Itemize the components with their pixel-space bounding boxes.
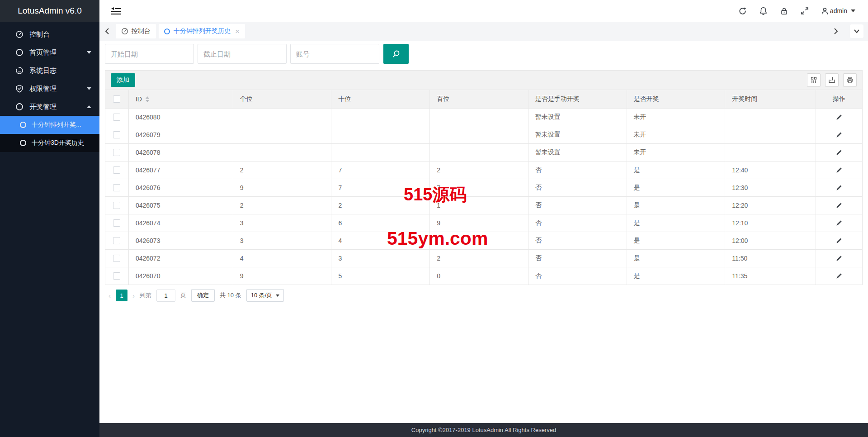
cell-ge — [233, 109, 332, 126]
next-page-icon[interactable]: › — [132, 292, 135, 299]
lock-icon[interactable] — [780, 7, 788, 15]
chevron-up-icon — [87, 105, 91, 108]
footer: Copyright ©2017-2019 LotusAdmin All Righ… — [99, 423, 868, 437]
tabs-scroll-left-icon[interactable] — [105, 28, 109, 35]
edit-button[interactable] — [836, 132, 842, 138]
cell-manual: 否 — [528, 267, 627, 285]
tab-label: 十分钟排列开奖历史 — [174, 27, 231, 35]
column-header-time: 开奖时间 — [725, 90, 816, 108]
prev-page-icon[interactable]: ‹ — [108, 292, 111, 299]
export-icon[interactable] — [825, 73, 839, 87]
cell-opened: 是 — [627, 214, 726, 232]
sort-icon[interactable] — [146, 96, 149, 102]
circle-icon — [20, 140, 26, 146]
total-count-label: 共 10 条 — [220, 291, 241, 299]
edit-button[interactable] — [836, 114, 842, 120]
edit-button[interactable] — [836, 202, 842, 209]
table-header: ID 个位 十位 百位 是否是手动开奖 是否开奖 开奖时间 操作 — [105, 90, 862, 108]
sidebar-item-lottery-mgmt[interactable]: 开奖管理 — [0, 98, 99, 116]
sidebar-item-console[interactable]: 控制台 — [0, 25, 99, 43]
copyright-text: Copyright ©2017-2019 LotusAdmin All Righ… — [411, 427, 556, 433]
refresh-icon[interactable] — [738, 7, 747, 15]
sidebar-subitem-label: 十分钟排列开奖... — [32, 121, 81, 129]
close-icon[interactable]: × — [235, 28, 240, 35]
select-all-checkbox[interactable] — [113, 95, 120, 103]
row-checkbox[interactable] — [113, 131, 120, 138]
chevron-down-icon — [851, 10, 855, 12]
goto-confirm-button[interactable]: 确定 — [191, 289, 215, 302]
row-checkbox[interactable] — [113, 272, 120, 280]
cell-time — [725, 109, 816, 126]
sidebar-item-system-log[interactable]: 系统日志 — [0, 62, 99, 80]
cell-opened: 未开 — [627, 126, 726, 143]
row-checkbox[interactable] — [113, 114, 120, 121]
fullscreen-icon[interactable] — [801, 7, 809, 15]
edit-button[interactable] — [836, 149, 842, 156]
row-checkbox[interactable] — [113, 237, 120, 244]
row-checkbox[interactable] — [113, 219, 120, 227]
tabs-scroll-right-icon[interactable] — [834, 28, 838, 35]
cell-ge: 9 — [233, 267, 332, 285]
sidebar-item-permission-mgmt[interactable]: 权限管理 — [0, 80, 99, 98]
edit-button[interactable] — [836, 220, 842, 226]
row-checkbox[interactable] — [113, 255, 120, 262]
cell-time — [725, 126, 816, 143]
cell-manual: 否 — [528, 250, 627, 267]
cell-id: 0426074 — [129, 214, 233, 232]
account-input[interactable] — [290, 44, 379, 64]
filter-columns-icon[interactable] — [807, 73, 821, 87]
edit-button[interactable] — [836, 167, 842, 173]
cell-id: 0426076 — [129, 179, 233, 196]
add-button[interactable]: 添加 — [111, 73, 135, 87]
cell-opened: 是 — [627, 162, 726, 179]
page-size-select[interactable]: 10 条/页 — [246, 289, 284, 302]
table-toolbar: 添加 — [105, 70, 863, 90]
cell-ge — [233, 126, 332, 143]
tab-pailie-history[interactable]: 十分钟排列开奖历史 × — [159, 24, 245, 38]
topbar: admin — [99, 0, 868, 22]
sidebar-collapse-icon[interactable] — [111, 6, 121, 15]
cell-shi: 7 — [331, 179, 430, 196]
chevron-down-icon — [87, 87, 91, 90]
search-button[interactable] — [383, 44, 409, 64]
row-checkbox[interactable] — [113, 184, 120, 191]
user-icon — [821, 7, 829, 15]
cell-ge: 3 — [233, 232, 332, 249]
cell-manual: 否 — [528, 214, 627, 232]
tab-console[interactable]: 控制台 — [116, 24, 156, 38]
column-header-id[interactable]: ID — [129, 90, 233, 108]
edit-button[interactable] — [836, 238, 842, 244]
sidebar-subitem-3d-history[interactable]: 十分钟3D开奖历史 — [0, 134, 99, 152]
user-menu[interactable]: admin — [821, 7, 855, 15]
sidebar-subitem-pailie-history[interactable]: 十分钟排列开奖... — [0, 116, 99, 134]
tabs-menu-button[interactable] — [850, 24, 863, 38]
cell-manual: 否 — [528, 162, 627, 179]
table-row: 0426074 3 6 9 否 是 12:10 — [105, 214, 862, 232]
edit-button[interactable] — [836, 185, 842, 191]
goto-label: 到第 — [140, 291, 151, 299]
edit-button[interactable] — [836, 273, 842, 279]
sidebar: LotusAdmin v6.0 控制台 首页管理 系统日志 权限管理 — [0, 0, 99, 437]
cell-id: 0426070 — [129, 267, 233, 285]
table-row: 0426073 3 4 否 是 12:00 — [105, 232, 862, 249]
row-checkbox[interactable] — [113, 202, 120, 209]
row-checkbox[interactable] — [113, 166, 120, 174]
end-date-input[interactable] — [198, 44, 287, 64]
cell-time: 12:40 — [725, 162, 816, 179]
goto-page-input[interactable] — [156, 290, 175, 302]
page-number-current[interactable]: 1 — [116, 290, 127, 301]
print-icon[interactable] — [843, 73, 857, 87]
sidebar-item-home-mgmt[interactable]: 首页管理 — [0, 43, 99, 62]
start-date-input[interactable] — [105, 44, 194, 64]
cell-manual: 否 — [528, 232, 627, 249]
cell-opened: 是 — [627, 267, 726, 285]
cell-opened: 是 — [627, 197, 726, 214]
circle-icon — [15, 103, 24, 111]
cell-id: 0426075 — [129, 197, 233, 214]
cell-ge — [233, 144, 332, 161]
cell-id: 0426078 — [129, 144, 233, 161]
cell-shi — [331, 144, 430, 161]
bell-icon[interactable] — [759, 7, 768, 15]
row-checkbox[interactable] — [113, 149, 120, 156]
edit-button[interactable] — [836, 255, 842, 261]
